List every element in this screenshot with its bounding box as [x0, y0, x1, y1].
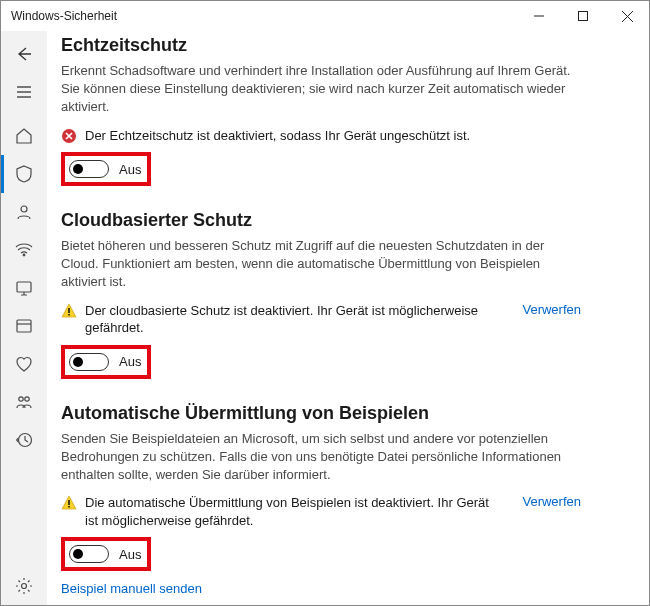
manual-sample-link[interactable]: Beispiel manuell senden — [61, 581, 202, 596]
cloud-title: Cloudbasierter Schutz — [61, 210, 625, 231]
error-icon — [61, 128, 77, 144]
realtime-toggle[interactable] — [69, 160, 109, 178]
realtime-alert: Der Echtzeitschutz ist deaktiviert, soda… — [61, 127, 581, 145]
app-browser-icon[interactable] — [1, 307, 47, 345]
section-realtime: Echtzeitschutz Erkennt Schadsoftware und… — [61, 35, 625, 186]
cloud-toggle-label: Aus — [119, 354, 141, 369]
samples-alert-text: Die automatische Übermittlung von Beispi… — [85, 494, 502, 529]
section-cloud: Cloudbasierter Schutz Bietet höheren und… — [61, 210, 625, 379]
back-button[interactable] — [1, 35, 47, 73]
cloud-alert: Der cloudbasierte Schutz ist deaktiviert… — [61, 302, 581, 337]
device-health-icon[interactable] — [1, 345, 47, 383]
family-icon[interactable] — [1, 383, 47, 421]
svg-rect-9 — [17, 282, 31, 292]
samples-desc: Senden Sie Beispieldateien an Microsoft,… — [61, 430, 581, 485]
svg-rect-18 — [68, 314, 69, 316]
svg-point-15 — [22, 584, 27, 589]
shield-icon[interactable] — [1, 155, 47, 193]
svg-rect-20 — [68, 506, 69, 508]
svg-rect-10 — [17, 320, 31, 332]
cloud-toggle[interactable] — [69, 353, 109, 371]
home-icon[interactable] — [1, 117, 47, 155]
close-button[interactable] — [605, 1, 649, 31]
svg-point-7 — [21, 206, 27, 212]
svg-point-13 — [25, 397, 29, 401]
realtime-desc: Erkennt Schadsoftware und verhindert ihr… — [61, 62, 581, 117]
cloud-dismiss-link[interactable]: Verwerfen — [522, 302, 581, 317]
samples-dismiss-link[interactable]: Verwerfen — [522, 494, 581, 509]
realtime-toggle-label: Aus — [119, 162, 141, 177]
cloud-alert-text: Der cloudbasierte Schutz ist deaktiviert… — [85, 302, 502, 337]
window-title: Windows-Sicherheit — [11, 9, 117, 23]
cloud-toggle-row: Aus — [61, 345, 151, 379]
sidebar — [1, 31, 47, 605]
svg-rect-1 — [579, 12, 588, 21]
samples-toggle-row: Aus — [61, 537, 151, 571]
warning-icon — [61, 495, 77, 511]
wifi-icon[interactable] — [1, 231, 47, 269]
samples-alert: Die automatische Übermittlung von Beispi… — [61, 494, 581, 529]
minimize-button[interactable] — [517, 1, 561, 31]
settings-icon[interactable] — [1, 567, 47, 605]
cloud-desc: Bietet höheren und besseren Schutz mit Z… — [61, 237, 581, 292]
warning-icon — [61, 303, 77, 319]
svg-point-8 — [23, 254, 25, 256]
person-icon[interactable] — [1, 193, 47, 231]
network-icon[interactable] — [1, 269, 47, 307]
realtime-title: Echtzeitschutz — [61, 35, 625, 56]
menu-button[interactable] — [1, 73, 47, 111]
titlebar: Windows-Sicherheit — [1, 1, 649, 31]
samples-title: Automatische Übermittlung von Beispielen — [61, 403, 625, 424]
content-panel: Echtzeitschutz Erkennt Schadsoftware und… — [47, 31, 649, 605]
realtime-toggle-row: Aus — [61, 152, 151, 186]
svg-rect-17 — [68, 308, 69, 313]
svg-point-12 — [19, 397, 23, 401]
history-icon[interactable] — [1, 421, 47, 459]
samples-toggle-label: Aus — [119, 547, 141, 562]
section-samples: Automatische Übermittlung von Beispielen… — [61, 403, 625, 597]
svg-rect-19 — [68, 500, 69, 505]
samples-toggle[interactable] — [69, 545, 109, 563]
realtime-alert-text: Der Echtzeitschutz ist deaktiviert, soda… — [85, 127, 581, 145]
maximize-button[interactable] — [561, 1, 605, 31]
